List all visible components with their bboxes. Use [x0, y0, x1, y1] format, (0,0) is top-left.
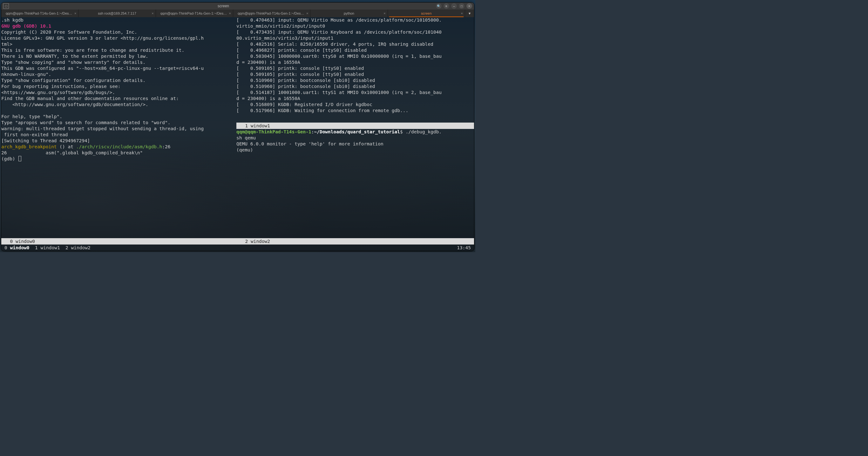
term-line: [ 0.517966] KGDB: Waiting for connection…: [237, 108, 408, 113]
term-line: virtio_mmio/virtio2/input/input0: [237, 24, 325, 29]
term-line: [ 0.516809] KGDB: Registered I/O driver …: [237, 102, 372, 107]
gdb-prompt: (gdb): [1, 156, 18, 161]
term-line: Type "show configuration" for configurat…: [1, 78, 146, 83]
term-line: This GDB was configured as "--host=x86_6…: [1, 66, 204, 71]
term-line: [ 0.496827] printk: console [ttyS0] disa…: [237, 47, 367, 53]
term-line: [ 0.473435] input: QEMU Virtio Keyboard …: [237, 30, 442, 35]
screen-global-status: 0 window0 1 window1 2 window2 13:45: [1, 245, 474, 251]
term-line: first non-exited thread: [1, 132, 68, 137]
term-line: sh qemu: [237, 135, 256, 140]
term-line: .sh kgdb: [1, 18, 24, 23]
term-line: [ 0.510960] printk: bootconsole [sbi0] d…: [237, 78, 375, 83]
pane-status-rtop: 1 window1: [237, 123, 474, 129]
menu-icon[interactable]: ≡: [443, 3, 449, 9]
pane-gdb[interactable]: .sh kgdb GNU gdb (GDB) 10.1 Copyright (C…: [1, 17, 237, 238]
term-line: Type "show copying" and "show warranty" …: [1, 60, 146, 65]
term-line: d = 230400) is a 16550A: [237, 60, 300, 65]
tab-5[interactable]: screen×: [388, 9, 465, 17]
tab-label: qqm@qqm-ThinkPad-T14s-Gen-1:~/Deskt...: [160, 11, 228, 15]
maximize-icon[interactable]: □: [459, 3, 465, 9]
pane-status-left: 0 window0: [1, 238, 237, 245]
titlebar[interactable]: ▢ screen 🔍 ≡ – □ ×: [1, 3, 474, 9]
term-line: QEMU 6.0.0 monitor - type 'help' for mor…: [237, 141, 383, 146]
term-line: d = 230400) is a 16550A: [237, 96, 300, 101]
term-line: [ 0.470463] input: QEMU Virtio Mouse as …: [237, 18, 442, 23]
pane-kernel-log[interactable]: [ 0.470463] input: QEMU Virtio Mouse as …: [237, 17, 474, 123]
term-line: There is NO WARRANTY, to the extent perm…: [1, 54, 148, 59]
term-line: Type "apropos word" to search for comman…: [1, 120, 170, 125]
qemu-prompt: (qemu): [237, 148, 256, 153]
tab-label: qqm@qqm-ThinkPad-T14s-Gen-1:~/Deskt...: [238, 11, 306, 15]
term-line: For bug reporting instructions, please s…: [1, 84, 120, 89]
terminal-area: .sh kgdb GNU gdb (GDB) 10.1 Copyright (C…: [1, 17, 474, 251]
prompt-path: ~/Downloads/quard_star_tutorial: [314, 129, 400, 134]
term-line: [ 0.514187] 10001000.uart1: ttyS1 at MMI…: [237, 90, 442, 95]
tab-label: screen: [421, 11, 431, 15]
term-line: [ 0.503045] 10000000.uart0: ttyS0 at MMI…: [237, 54, 442, 59]
term-line: License GPLv3+: GNU GPL version 3 or lat…: [1, 36, 204, 41]
term-line: GNU gdb (GDB) 10.1: [1, 24, 51, 29]
term-fn: arch_kgdb_breakpoint: [1, 144, 57, 149]
minimize-icon[interactable]: –: [451, 3, 457, 9]
term-line: () at: [57, 144, 76, 149]
term-line: 26 asm(".global kgdb_compiled_break\n": [1, 150, 143, 155]
term-line: $ ./debug_kgdb.: [400, 129, 442, 134]
tab-label: qqm@qqm-ThinkPad-T14s-Gen-1:~/Deskt...: [6, 11, 74, 15]
term-line: warning: multi-threaded target stopped w…: [1, 126, 204, 131]
term-line: <https://www.gnu.org/software/gdb/bugs/>…: [1, 90, 115, 95]
tab-1[interactable]: ssh root@169.254.7.117×: [79, 9, 156, 17]
term-line: <http://www.gnu.org/software/gdb/documen…: [1, 102, 148, 107]
term-path: ./arch/riscv/include/asm/kgdb.h: [76, 144, 162, 149]
new-tab-icon[interactable]: ▢: [3, 3, 9, 9]
tab-dropdown-icon[interactable]: ▾: [465, 9, 474, 17]
tab-4[interactable]: python×: [310, 9, 388, 17]
term-line: 00.virtio_mmio/virtio3/input/input1: [237, 36, 334, 41]
tab-close-icon[interactable]: ×: [306, 11, 308, 15]
window-title: screen: [11, 4, 436, 8]
term-line: nknown-linux-gnu".: [1, 72, 51, 77]
close-icon[interactable]: ×: [466, 3, 472, 9]
screen-window-list: 0 window0 1 window1 2 window2: [4, 245, 91, 251]
term-line: [ 0.510960] printk: bootconsole [sbi0] d…: [237, 84, 375, 89]
term-line: Copyright (C) 2020 Free Software Foundat…: [1, 30, 137, 35]
search-icon[interactable]: 🔍: [436, 3, 442, 9]
term-line: [Switching to Thread 4294967294]: [1, 138, 90, 143]
tab-close-icon[interactable]: ×: [152, 11, 153, 15]
tab-close-icon[interactable]: ×: [229, 11, 231, 15]
tab-2[interactable]: qqm@qqm-ThinkPad-T14s-Gen-1:~/Deskt...×: [156, 9, 233, 17]
screen-clock: 13:45: [457, 245, 471, 251]
tab-close-icon[interactable]: ×: [383, 11, 385, 15]
tab-label: python: [344, 11, 354, 15]
term-line: :26: [162, 144, 170, 149]
term-line: [ 0.509105] printk: console [ttyS0] enab…: [237, 66, 364, 71]
tab-strip: qqm@qqm-ThinkPad-T14s-Gen-1:~/Deskt...× …: [1, 9, 474, 17]
pane-status-rbot: 2 window2: [237, 238, 474, 245]
term-line: Find the GDB manual and other documentat…: [1, 96, 179, 101]
term-line: [ 0.482516] Serial: 8250/16550 driver, 4…: [237, 42, 433, 47]
cursor: [19, 156, 21, 161]
tab-close-icon[interactable]: ×: [461, 11, 463, 15]
tab-3[interactable]: qqm@qqm-ThinkPad-T14s-Gen-1:~/Deskt...×: [233, 9, 310, 17]
term-line: This is free software: you are free to c…: [1, 47, 184, 53]
terminal-window: ▢ screen 🔍 ≡ – □ × qqm@qqm-ThinkPad-T14s…: [1, 3, 474, 251]
pane-qemu-monitor[interactable]: qqm@qqm-ThinkPad-T14s-Gen-1:~/Downloads/…: [237, 129, 474, 238]
term-line: tml>: [1, 42, 12, 47]
term-line: For help, type "help".: [1, 114, 62, 119]
tab-label: ssh root@169.254.7.117: [98, 11, 136, 15]
term-line: [ 0.509105] printk: console [ttyS0] enab…: [237, 72, 364, 77]
tab-close-icon[interactable]: ×: [74, 11, 76, 15]
prompt-host: qqm@qqm-ThinkPad-T14s-Gen-1: [237, 129, 311, 134]
tab-0[interactable]: qqm@qqm-ThinkPad-T14s-Gen-1:~/Deskt...×: [1, 9, 79, 17]
